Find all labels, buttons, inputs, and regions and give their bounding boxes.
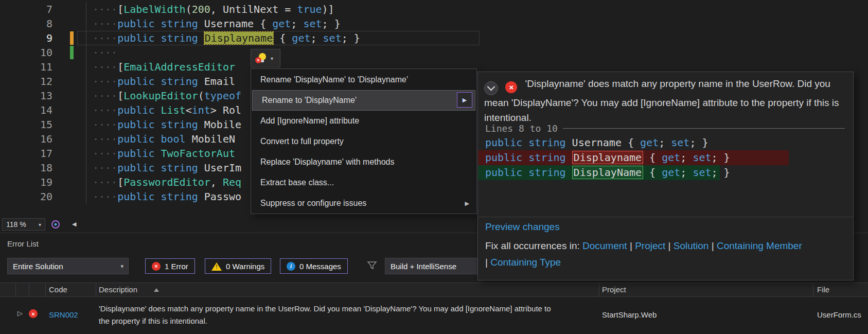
diff-lines-header: Lines 8 to 10 <box>485 123 845 134</box>
code-text[interactable]: ····public bool MobileN <box>93 132 235 146</box>
code-token: ···· <box>93 176 117 188</box>
column-header-project[interactable]: Project <box>602 285 626 294</box>
row-expander[interactable]: ▷ <box>17 309 23 317</box>
scope-filter-dropdown[interactable]: Entire Solution ▾ <box>7 258 129 274</box>
code-token <box>198 32 204 44</box>
warnings-filter-button[interactable]: ! 0 Warnings <box>205 258 271 274</box>
column-header-description[interactable]: Description <box>99 285 137 294</box>
quick-actions-menu: Rename 'DisplayName' to 'Displayname'Ren… <box>251 68 477 214</box>
error-icon: × <box>29 309 38 318</box>
line-number[interactable]: 15 <box>0 117 52 132</box>
code-text[interactable]: ····public TwoFactorAut <box>93 146 235 161</box>
code-token: set <box>303 17 322 30</box>
line-number[interactable]: 14 <box>0 103 52 117</box>
code-token: public <box>117 17 154 30</box>
code-text[interactable]: ····[EmailAddressEditor <box>93 60 235 74</box>
preview-arrow-button[interactable]: ▶ <box>457 92 472 108</box>
code-token: string <box>161 17 198 30</box>
column-header-file[interactable]: File <box>817 285 829 294</box>
code-token: public <box>117 104 154 116</box>
code-token: set <box>323 32 342 44</box>
line-number[interactable]: 9 <box>0 31 52 45</box>
code-token <box>154 118 161 131</box>
line-number[interactable]: 13 <box>0 89 52 103</box>
code-text[interactable]: ····public string Displayname { get; set… <box>93 31 360 45</box>
code-token: true <box>297 3 322 15</box>
code-text[interactable]: ····[LookupEditor(typeof <box>93 89 241 103</box>
quick-action-item-3[interactable]: Convert to full property <box>251 131 476 152</box>
error-code-link[interactable]: SRN002 <box>49 310 78 319</box>
code-text[interactable]: ····public string UserIm <box>93 161 241 175</box>
code-text[interactable]: ····public string Email <box>93 74 235 89</box>
code-text[interactable]: ····public string Passwo <box>93 189 241 204</box>
line-number[interactable]: 11 <box>0 60 52 74</box>
line-number[interactable]: 12 <box>0 74 52 89</box>
quick-action-item-1[interactable]: Rename to 'DisplayName'▶ <box>252 90 475 111</box>
code-text[interactable]: ···· <box>93 45 117 60</box>
code-token: string <box>161 190 198 203</box>
quick-action-item-6[interactable]: Suppress or configure issues▶ <box>251 193 476 214</box>
code-token: string <box>161 118 198 131</box>
code-token <box>198 118 204 131</box>
code-token: public <box>485 166 522 179</box>
fix-scope-solution[interactable]: Solution <box>674 240 709 251</box>
line-number[interactable]: 17 <box>0 146 52 161</box>
code-token: public <box>117 133 154 145</box>
code-line[interactable]: 9····public string Displayname { get; se… <box>0 31 868 45</box>
code-text[interactable]: ····public List<int> Rol <box>93 103 241 117</box>
line-number[interactable]: 8 <box>0 16 52 31</box>
collapse-popup-button[interactable] <box>484 81 498 95</box>
code-line[interactable]: 10···· <box>0 45 868 60</box>
code-token: set <box>693 166 711 179</box>
line-number[interactable]: 10 <box>0 45 52 60</box>
line-number[interactable]: 20 <box>0 189 52 204</box>
info-icon: i <box>287 262 295 271</box>
code-token: List <box>161 104 185 116</box>
quick-action-label: Rename 'DisplayName' to 'Displayname' <box>260 75 408 84</box>
intellicode-icon[interactable] <box>50 219 61 232</box>
code-token: Displayname <box>204 32 273 44</box>
code-token: Passwo <box>204 190 241 203</box>
panel-title: Error List <box>7 239 39 248</box>
code-line[interactable]: 7····[LabelWidth(200, UntilNext = true)] <box>0 2 868 16</box>
quick-action-item-5[interactable]: Extract base class... <box>251 172 476 193</box>
preview-changes-link[interactable]: Preview changes <box>485 221 560 233</box>
code-text[interactable]: ····[PasswordEditor, Req <box>93 175 241 189</box>
zoom-level-value: 118 % <box>6 220 26 228</box>
line-number[interactable]: 16 <box>0 132 52 146</box>
code-token: string <box>528 166 565 179</box>
code-token: public <box>117 75 154 87</box>
code-token: ···· <box>93 61 117 73</box>
code-token: ; <box>680 166 693 179</box>
code-text[interactable]: ····public string Username { get; set; } <box>93 16 341 31</box>
fix-scope-containing-member[interactable]: Containing Member <box>717 240 802 251</box>
fix-scope-document[interactable]: Document <box>582 240 627 251</box>
code-text[interactable]: ····public string Mobile <box>93 117 241 132</box>
error-icon: × <box>505 81 517 93</box>
quick-actions-lightbulb-button[interactable]: × ▾ <box>251 49 280 67</box>
fix-scope-project[interactable]: Project <box>635 240 665 251</box>
quick-action-item-2[interactable]: Add [IgnoreName] attribute <box>251 111 476 131</box>
filter-icon[interactable] <box>366 260 378 273</box>
code-token: UntilNext <box>223 3 278 15</box>
messages-filter-button[interactable]: i 0 Messages <box>280 258 348 274</box>
line-number[interactable]: 7 <box>0 2 52 16</box>
code-token: ···· <box>93 147 117 160</box>
scrollbar-left-arrow[interactable]: ◀ <box>72 221 76 227</box>
error-row[interactable]: ▷ × SRN002 'Displayname' does match any … <box>0 297 868 334</box>
quick-action-item-4[interactable]: Replace 'Displayname' with methods <box>251 152 476 172</box>
code-text[interactable]: ····[LabelWidth(200, UntilNext = true)] <box>93 2 334 16</box>
error-badge-icon: × <box>255 57 261 63</box>
code-token <box>198 75 204 87</box>
errors-filter-button[interactable]: × 1 Error <box>145 258 195 274</box>
fix-scope-containing-type[interactable]: Containing Type <box>490 257 561 268</box>
line-number[interactable]: 19 <box>0 175 52 189</box>
code-token: get <box>640 136 659 149</box>
column-header-code[interactable]: Code <box>49 285 67 294</box>
code-token: ···· <box>93 17 117 30</box>
code-token: < <box>186 104 192 116</box>
zoom-level-select[interactable]: 118 % ▾ <box>2 218 45 231</box>
line-number[interactable]: 18 <box>0 161 52 175</box>
code-line[interactable]: 8····public string Username { get; set; … <box>0 16 868 31</box>
quick-action-item-0[interactable]: Rename 'DisplayName' to 'Displayname' <box>251 69 476 90</box>
